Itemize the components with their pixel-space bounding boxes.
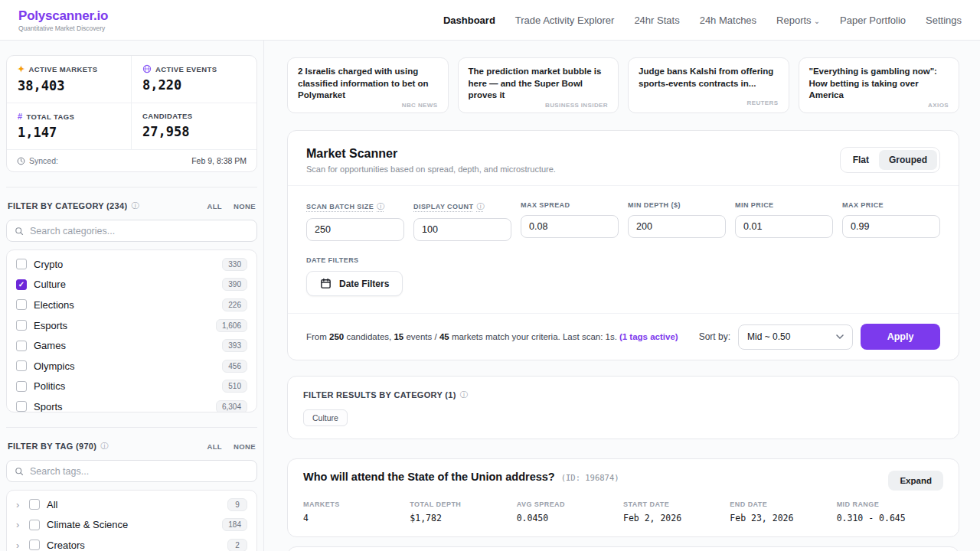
tag-search[interactable] (6, 460, 257, 482)
stats-card: ✦ACTIVE MARKETS 38,403 ACTIVE EVENTS 8,2… (6, 55, 257, 172)
max-price-input[interactable] (842, 215, 940, 238)
chevron-right-icon[interactable]: › (16, 540, 22, 551)
brand-logo[interactable]: Polyscanner.io (18, 8, 108, 24)
stat-candidates: CANDIDATES 27,958 (132, 103, 256, 149)
checkbox[interactable] (16, 381, 27, 392)
market-scanner-panel: Market Scanner Scan for opportunities ba… (287, 130, 959, 360)
clock-icon (17, 157, 25, 165)
category-select-none[interactable]: NONE (234, 202, 256, 210)
checkbox[interactable] (16, 401, 27, 412)
tag-filter-title: FILTER BY TAG (970) (8, 442, 96, 451)
checkbox[interactable] (29, 520, 40, 530)
toggle-grouped[interactable]: Grouped (879, 150, 937, 170)
category-row[interactable]: Elections226 (7, 295, 256, 315)
nav-settings[interactable]: Settings (926, 15, 962, 26)
category-row[interactable]: Esports1,606 (7, 315, 256, 336)
globe-icon (142, 64, 152, 73)
date-filters-label: DATE FILTERS (306, 256, 940, 264)
expand-button[interactable]: Expand (888, 471, 943, 491)
event-title[interactable]: Who will attend the State of the Union a… (303, 471, 555, 483)
checkbox[interactable] (16, 341, 27, 351)
news-source: AXIOS (928, 102, 949, 109)
category-search-input[interactable] (30, 226, 249, 236)
date-filters-button[interactable]: Date Filters (306, 271, 403, 296)
chevron-right-icon[interactable]: › (16, 519, 22, 530)
field-min-depth: MIN DEPTH ($) (628, 201, 726, 241)
checkbox[interactable] (16, 259, 27, 269)
nav-24hr-stats[interactable]: 24hr Stats (634, 15, 679, 26)
min-price-input[interactable] (735, 215, 833, 238)
category-row[interactable]: Crypto330 (7, 254, 256, 275)
checkbox[interactable] (29, 540, 40, 550)
tag-select-all[interactable]: ALL (207, 442, 222, 451)
count-badge: 2 (227, 539, 247, 551)
news-card[interactable]: 2 Israelis charged with using classified… (287, 57, 449, 113)
checkbox[interactable] (16, 320, 27, 331)
checkbox[interactable] (16, 299, 27, 310)
info-icon[interactable]: ⓘ (131, 201, 139, 211)
tag-search-input[interactable] (30, 466, 249, 477)
category-select-all[interactable]: ALL (207, 202, 222, 210)
info-icon[interactable]: ⓘ (476, 201, 484, 212)
tag-row[interactable]: ›All9 (7, 494, 256, 515)
sync-status: Synced: Feb 9, 8:38 PM (7, 149, 256, 171)
nav-reports[interactable]: Reports⌄ (776, 15, 820, 26)
category-chip-culture[interactable]: Culture (303, 409, 348, 426)
view-toggle: Flat Grouped (840, 147, 940, 173)
checkbox[interactable] (16, 360, 27, 371)
nav-trade-activity-explorer[interactable]: Trade Activity Explorer (515, 15, 615, 26)
news-source: NBC NEWS (402, 102, 438, 109)
chevron-down-icon (836, 334, 844, 340)
category-row[interactable]: Sports6,304 (7, 396, 256, 412)
info-icon[interactable]: ⓘ (460, 390, 468, 400)
min-depth-input[interactable] (628, 215, 726, 238)
news-card[interactable]: The prediction market bubble is here — a… (458, 57, 619, 113)
category-row[interactable]: Politics510 (7, 377, 256, 397)
count-badge: 510 (222, 380, 247, 393)
apply-button[interactable]: Apply (861, 324, 940, 350)
app-header: Polyscanner.io Quantitative Market Disco… (0, 0, 980, 41)
main-content: 2 Israelis charged with using classified… (264, 41, 980, 551)
category-row[interactable]: ✓Culture390 (7, 275, 256, 295)
news-card[interactable]: "Everything is gambling now": How bettin… (799, 57, 960, 113)
category-row[interactable]: Games393 (7, 335, 256, 356)
tags-active-link[interactable]: (1 tags active) (619, 332, 678, 341)
category-row[interactable]: Olympics456 (7, 356, 256, 377)
chevron-right-icon[interactable]: › (16, 499, 22, 510)
toggle-flat[interactable]: Flat (843, 150, 879, 170)
info-icon[interactable]: ⓘ (377, 201, 384, 212)
candidates-value: 27,958 (142, 124, 246, 139)
display-count-input[interactable] (413, 218, 511, 241)
tag-row[interactable]: ›Climate & Science184 (7, 515, 256, 536)
stat-mid-range: 0.310 - 0.645 (837, 513, 943, 523)
sparkle-icon: ✦ (18, 64, 25, 74)
nav-paper-portfolio[interactable]: Paper Portfolio (840, 15, 906, 26)
tag-select-none[interactable]: NONE (234, 442, 256, 451)
stat-end-date: Feb 23, 2026 (730, 513, 836, 523)
stat-active-markets: ✦ACTIVE MARKETS 38,403 (7, 56, 132, 103)
category-search[interactable] (6, 220, 257, 242)
info-icon[interactable]: ⓘ (100, 441, 108, 452)
sort-select[interactable]: Mid ~ 0.50 (738, 324, 853, 350)
active-markets-value: 38,403 (18, 78, 120, 93)
max-spread-input[interactable] (521, 215, 619, 238)
count-badge: 390 (222, 278, 247, 291)
tag-row[interactable]: ›Creators2 (7, 535, 256, 551)
total-tags-value: 1,147 (18, 125, 120, 140)
nav-24h-matches[interactable]: 24h Matches (700, 15, 756, 26)
search-icon (15, 467, 24, 476)
news-card[interactable]: Judge bans Kalshi from offering sports-e… (628, 57, 789, 113)
results-filter-panel: FILTER RESULTS BY CATEGORY (1)ⓘ Culture (287, 376, 959, 439)
stat-markets: 4 (303, 513, 410, 523)
result-card: Film Independent Spirit Awards: Best Fea… (287, 546, 959, 551)
checkbox[interactable]: ✓ (16, 279, 27, 290)
news-source: REUTERS (746, 99, 778, 106)
checkbox[interactable] (29, 499, 40, 510)
nav-dashboard[interactable]: Dashboard (443, 15, 495, 26)
count-badge: 9 (227, 498, 247, 511)
tag-list: ›All9 ›Climate & Science184 ›Creators2 ›… (6, 490, 257, 551)
field-display-count: DISPLAY COUNTⓘ (413, 201, 511, 241)
field-min-price: MIN PRICE (735, 201, 833, 241)
stat-start-date: Feb 2, 2026 (623, 513, 730, 523)
scan-batch-size-input[interactable] (306, 218, 404, 241)
